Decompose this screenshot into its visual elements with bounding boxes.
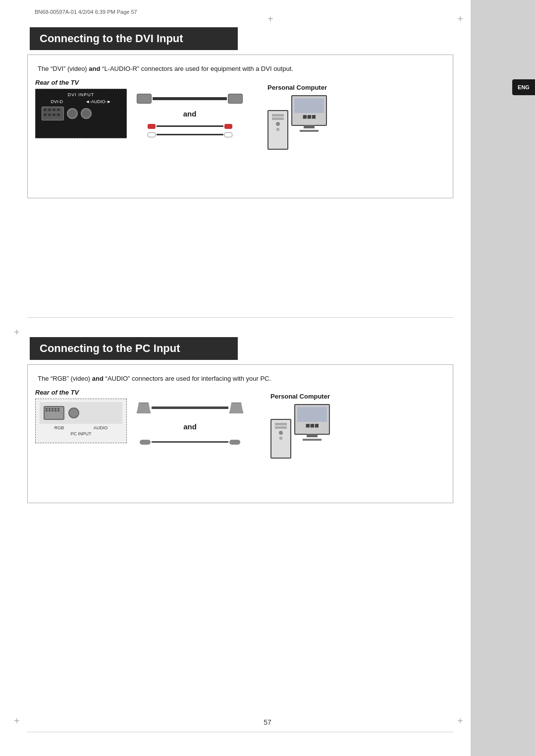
dvi-and-text: and [183,110,197,118]
dvi-pc-tower [268,110,288,150]
pc-rear-tv-section: Rear of the TV [35,389,127,443]
dvi-section-title: Connecting to the DVI Input [30,27,238,50]
dvi-panel-label: DVI INPUT [40,92,122,97]
right-sidebar [471,0,535,756]
language-badge: ENG [512,79,535,95]
dvi-rear-label: Rear of the TV [35,79,127,86]
rca-cable-1 [148,124,232,129]
dvi-tv-panel: DVI INPUT DVI-D ◄-AUDIO-► [35,89,127,138]
pc-pc-illustration: Personal Computer ⬛⬛⬛ [270,393,330,459]
bottom-separator [27,732,453,732]
pc-cable-area: and [137,403,243,445]
pc-pc-drawing: ⬛⬛⬛ [270,404,330,459]
audio-jack [68,407,79,418]
pc-rear-label: Rear of the TV [35,389,127,396]
pc-description: The “RGB” (video) and “AUDIO” connectors… [38,374,443,384]
dvi-panel-row: DVI-D ◄-AUDIO-► [40,99,122,104]
pc-pc-tower [270,419,291,459]
dvi-section-title-wrapper: Connecting to the DVI Input [30,27,238,50]
pc-section-title: Connecting to the PC Input [30,337,238,360]
vga-cable [137,403,243,413]
pc-pc-monitor: ⬛⬛⬛ [294,404,330,435]
crosshair-bottom-left: + [14,716,20,726]
vga-port [44,406,64,420]
dvi-pc-monitor: ⬛⬛⬛ [291,95,327,126]
rgb-panel-inner [40,402,122,424]
pc-pc-label: Personal Computer [270,393,330,400]
pc-and-text: and [183,422,197,431]
document-meta: BN68-00597A-01 4/2/04 6:39 PM Page 57 [35,9,137,15]
pc-tv-panel: RGB AUDIO PC INPUT [35,399,127,443]
rca-cable-2 [148,132,232,137]
dvi-audio-cables [148,124,232,137]
dvi-content-box: The “DVI” (video) and “L-AUDIO-R” connec… [27,55,453,198]
dvi-cable-area: and [137,94,243,137]
pc-section-title-wrapper: Connecting to the PC Input [30,337,238,360]
crosshair-top-center: + [268,14,273,24]
dvi-rear-tv-section: Rear of the TV DVI INPUT DVI-D ◄-AUDIO-► [35,79,127,138]
crosshair-mid-left: + [14,327,20,338]
dvi-pc-drawing: ⬛⬛⬛ [268,95,327,150]
pc-content-box: The “RGB” (video) and “AUDIO” connectors… [27,364,453,503]
crosshair-top-right: + [457,14,463,24]
dvi-video-cable [137,94,243,104]
dvi-description: The “DVI” (video) and “L-AUDIO-R” connec… [38,64,443,74]
pc-panel-labels: RGB AUDIO [40,425,122,430]
audio-cable [140,440,240,445]
separator-line [27,317,453,318]
dvi-pc-label: Personal Computer [268,84,327,91]
dvi-pc-illustration: Personal Computer ⬛⬛⬛ [268,84,327,150]
page-number: 57 [264,718,271,726]
pc-panel-footer: PC INPUT [40,431,122,436]
crosshair-bottom-right: + [457,716,463,726]
